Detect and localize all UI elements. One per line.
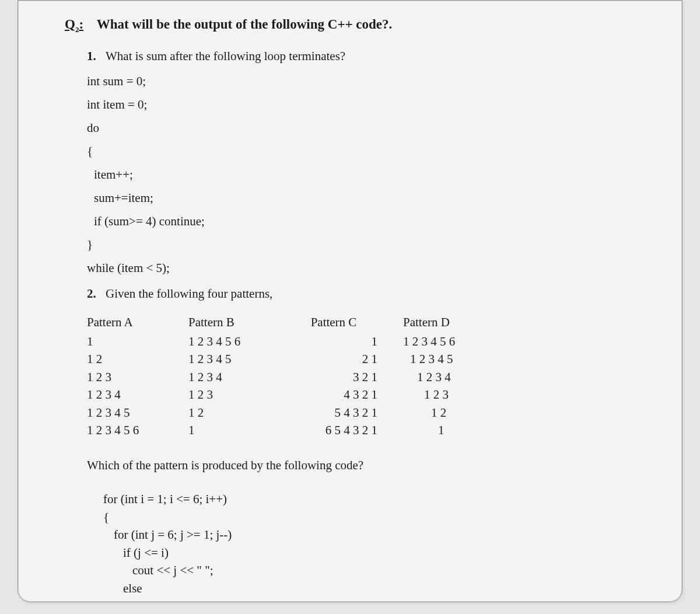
- code-line: cout << j << " ";: [103, 561, 635, 579]
- pattern-c-row: 3 2 1: [290, 368, 377, 386]
- q2-text: Given the following four patterns,: [106, 282, 272, 306]
- pattern-a-col: Pattern A 1 1 2 1 2 3 1 2 3 4 1 2 3 4 5 …: [87, 313, 163, 439]
- code-line: {: [87, 140, 635, 163]
- pattern-d-row: 1 2 3 4 5: [403, 350, 479, 368]
- code-line: {: [103, 508, 635, 526]
- code-block-2: for (int i = 1; i <= 6; i++) { for (int …: [103, 490, 635, 602]
- question-heading: Q2: What will be the output of the follo…: [65, 17, 635, 34]
- pattern-a-row: 1 2: [87, 350, 163, 368]
- pattern-c-row: 5 4 3 2 1: [290, 404, 377, 421]
- code-line: if (j <= i): [103, 544, 635, 561]
- pattern-b-row: 1 2: [188, 404, 264, 421]
- code-line: sum+=item;: [87, 187, 635, 210]
- pattern-a-row: 1 2 3: [87, 368, 163, 386]
- pattern-d-row: 1: [403, 421, 479, 439]
- code-line: }: [87, 233, 635, 257]
- pattern-b-row: 1 2 3: [188, 386, 264, 403]
- code-line: item++;: [87, 163, 635, 187]
- code-line: int sum = 0;: [87, 70, 635, 93]
- pattern-c-row: 6 5 4 3 2 1: [290, 421, 377, 439]
- pattern-c-row: 4 3 2 1: [290, 386, 377, 403]
- q-colon: :: [79, 17, 83, 32]
- pattern-d-title: Pattern D: [403, 313, 479, 331]
- pattern-c-row: 2 1: [290, 350, 377, 368]
- q1-line: 1. What is sum after the following loop …: [87, 45, 635, 68]
- patterns-table: Pattern A 1 1 2 1 2 3 1 2 3 4 1 2 3 4 5 …: [87, 313, 635, 439]
- code-line: else: [103, 580, 635, 597]
- code-line: cout << " ";: [103, 597, 635, 602]
- pattern-b-row: 1 2 3 4 5 6: [188, 333, 264, 350]
- pattern-b-title: Pattern B: [188, 313, 264, 331]
- pattern-a-title: Pattern A: [87, 313, 163, 331]
- pattern-a-row: 1 2 3 4 5: [87, 404, 163, 421]
- pattern-c-col: Pattern C 1 2 1 3 2 1 4 3 2 1 5 4 3 2 1 …: [290, 313, 377, 439]
- pattern-a-row: 1: [87, 333, 163, 350]
- pattern-c-row: 1: [290, 333, 377, 350]
- pattern-a-row: 1 2 3 4: [87, 386, 163, 403]
- pattern-c-title: Pattern C: [290, 313, 377, 331]
- q2-line: 2. Given the following four patterns,: [87, 282, 635, 306]
- q2-number: 2.: [87, 282, 100, 306]
- pattern-d-row: 1 2 3 4: [403, 368, 479, 386]
- pattern-d-row: 1 2 3 4 5 6: [403, 333, 479, 350]
- page-frame: Q2: What will be the output of the follo…: [18, 0, 682, 602]
- question-title: What will be the output of the following…: [97, 17, 393, 32]
- q1-number: 1.: [87, 45, 100, 68]
- pattern-b-row: 1: [188, 421, 264, 439]
- pattern-d-row: 1 2 3: [403, 386, 479, 403]
- pattern-b-col: Pattern B 1 2 3 4 5 6 1 2 3 4 5 1 2 3 4 …: [188, 313, 264, 439]
- code-line: do: [87, 117, 635, 140]
- pattern-d-col: Pattern D 1 2 3 4 5 6 1 2 3 4 5 1 2 3 4 …: [403, 313, 479, 439]
- code-line: while (item < 5);: [87, 257, 635, 280]
- pattern-b-row: 1 2 3 4 5: [188, 350, 264, 368]
- pattern-b-row: 1 2 3 4: [188, 368, 264, 386]
- code-line: for (int i = 1; i <= 6; i++): [103, 490, 635, 508]
- pattern-a-row: 1 2 3 4 5 6: [87, 421, 163, 439]
- q1-text: What is sum after the following loop ter…: [106, 45, 345, 68]
- code-line: if (sum>= 4) continue;: [87, 210, 635, 233]
- q-letter: Q: [65, 17, 75, 32]
- question-label-underline: Q2:: [65, 17, 83, 32]
- code-line: for (int j = 6; j >= 1; j--): [103, 526, 635, 543]
- pattern-d-row: 1 2: [403, 404, 479, 421]
- question-1-block: 1. What is sum after the following loop …: [87, 45, 635, 602]
- code-line: int item = 0;: [87, 93, 635, 117]
- which-question: Which of the pattern is produced by the …: [87, 454, 635, 477]
